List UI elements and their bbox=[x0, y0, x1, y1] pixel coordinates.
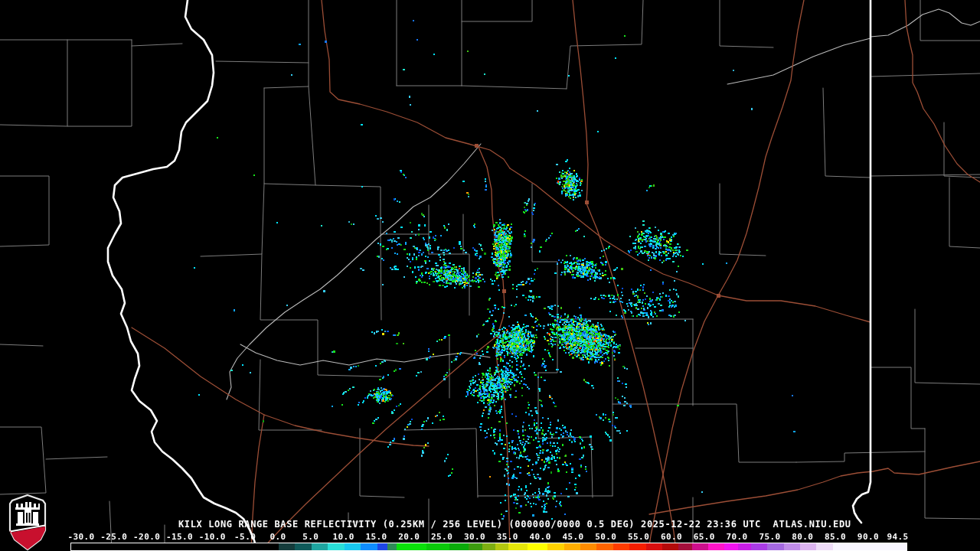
radar-viewer: KILX LONG RANGE BASE REFLECTIVITY (0.25K… bbox=[0, 0, 980, 551]
radar-map-canvas bbox=[0, 0, 980, 551]
niu-logo bbox=[6, 494, 49, 551]
